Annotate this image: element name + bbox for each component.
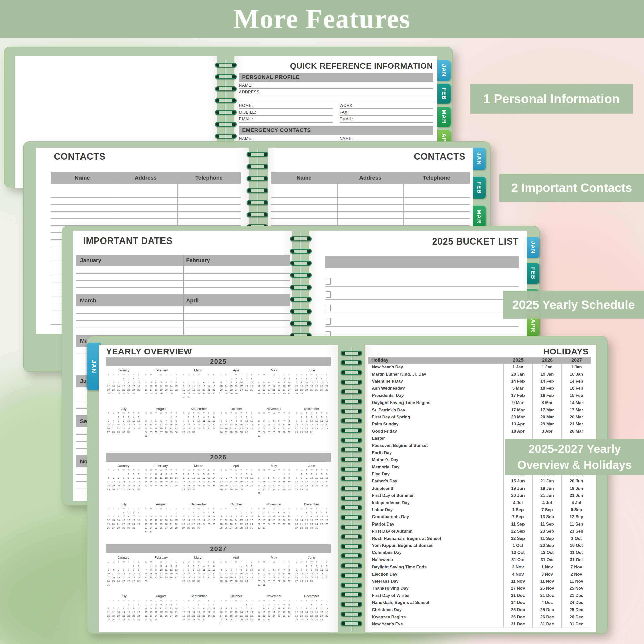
- spiral-clip: [247, 164, 268, 169]
- day-cell: 23: [249, 614, 254, 618]
- mini-month-2026-june: JuneSMTWTFS12345678910111213141516171819…: [294, 464, 330, 502]
- spiral-clip: [341, 389, 362, 394]
- day-cell: 22: [294, 388, 299, 392]
- rule-line: [271, 218, 470, 219]
- feature-badge-yearly-schedule: 2025 Yearly Schedule: [503, 291, 644, 319]
- day-cell: 3: [206, 603, 211, 607]
- day-cell: 14: [234, 572, 239, 576]
- day-cell: 27: [201, 392, 206, 396]
- personal-profile-rows: NAME:ADDRESS:HOME:WORK:MOBILE:FAX:EMAIL:…: [239, 82, 433, 123]
- day-cell-empty: [229, 603, 234, 607]
- weekday-cell: S: [294, 599, 299, 603]
- holiday-row: Christmas Day25 Dec25 Dec25 Dec: [368, 606, 591, 613]
- day-cell: 13: [299, 611, 304, 614]
- day-cell: 18: [271, 519, 276, 522]
- day-cell: 2: [287, 473, 292, 476]
- holiday-date: 14 Dec: [503, 599, 532, 606]
- day-cell: 21: [174, 611, 179, 614]
- day-cell: 30: [131, 488, 136, 492]
- day-cell: 1: [256, 511, 261, 515]
- day-cell-empty: [164, 511, 169, 515]
- weekday-cell: T: [126, 373, 131, 377]
- weekday-cell: W: [121, 412, 126, 416]
- day-cell: 21: [121, 484, 126, 488]
- day-cell: 6: [294, 568, 299, 572]
- day-cell: 29: [121, 526, 126, 530]
- day-cell: 9: [196, 515, 201, 519]
- weekday-cell: S: [144, 561, 149, 565]
- day-cell: 28: [121, 488, 126, 492]
- day-cell: 27: [164, 392, 169, 396]
- mini-month-name: May: [256, 368, 292, 373]
- day-cell: 10: [154, 607, 159, 611]
- field-cell: EMAIL:: [340, 116, 433, 123]
- day-cell: 3: [319, 603, 324, 607]
- day-cell: 2: [154, 565, 159, 568]
- mini-month-grid: SMTWTFS123456789101112131415161718192021…: [219, 599, 254, 626]
- day-cell: 15: [196, 611, 201, 614]
- day-cell: 24: [136, 484, 141, 488]
- mini-month-grid: SMTWTFS123456789101112131415161718192021…: [106, 373, 141, 396]
- day-cell: 6: [164, 515, 169, 519]
- day-cell: 10: [149, 519, 154, 522]
- day-cell: 1: [174, 377, 179, 381]
- day-cell: 9: [256, 572, 261, 576]
- holiday-name: Veterans Day: [368, 579, 503, 584]
- day-cell: 4: [271, 511, 276, 515]
- day-cell: 21: [191, 614, 196, 618]
- day-cell: 19: [294, 614, 299, 618]
- mini-month-name: September: [181, 407, 217, 412]
- weekday-cell: S: [136, 469, 141, 473]
- day-cell: 29: [261, 618, 266, 622]
- day-cell: 5: [111, 607, 116, 611]
- day-cell: 1: [239, 511, 244, 515]
- day-cell: 26: [271, 580, 276, 583]
- mini-month-2025-march: MarchSMTWTFS1234567891011121314151617181…: [181, 368, 217, 406]
- day-cell: 4: [244, 377, 249, 381]
- day-cell: 23: [186, 484, 191, 488]
- day-cell: 2: [314, 603, 319, 607]
- weekday-cell: W: [271, 599, 276, 603]
- day-cell: 8: [186, 568, 191, 572]
- day-cell: 2: [186, 473, 191, 476]
- weekday-cell: T: [229, 469, 234, 473]
- day-cell: 8: [256, 515, 261, 519]
- weekday-cell: W: [121, 599, 126, 603]
- mini-month-2027-april: AprilSMTWTFS1234567891011121314151617181…: [219, 556, 254, 593]
- day-cell: 2: [181, 381, 186, 385]
- day-cell: 8: [174, 515, 179, 519]
- day-cell: 22: [276, 388, 281, 392]
- day-cell: 14: [126, 572, 131, 576]
- holiday-row: Good Friday18 Apr3 Apr26 Mar: [368, 428, 591, 435]
- day-cell: 19: [164, 611, 169, 614]
- day-cell: 24: [239, 388, 244, 392]
- day-cell: 10: [287, 381, 292, 385]
- day-cell: 13: [224, 480, 229, 484]
- day-cell: 20: [111, 388, 116, 392]
- weekday-cell: M: [224, 561, 229, 565]
- holiday-date: 27 Nov: [503, 585, 532, 592]
- day-cell: 22: [239, 576, 244, 580]
- day-cell: 28: [276, 488, 281, 492]
- spiral-clip: [341, 525, 362, 530]
- mini-month-2026-january: JanuarySMTWTFS12345678910111213141516171…: [106, 464, 141, 502]
- day-cell: 4: [159, 603, 164, 607]
- day-cell: 9: [244, 515, 249, 519]
- holiday-row: Halloween31 Oct31 Oct31 Oct: [368, 556, 591, 563]
- day-cell: 16: [126, 385, 131, 388]
- day-cell: 11: [149, 423, 154, 427]
- day-cell: 17: [154, 611, 159, 614]
- day-cell: 24: [271, 614, 276, 618]
- day-cell: 15: [144, 480, 149, 484]
- day-cell: 20: [159, 427, 164, 431]
- day-cell: 7: [174, 473, 179, 476]
- mini-month-name: March: [181, 464, 217, 469]
- weekday-cell: F: [206, 373, 211, 377]
- day-cell: 14: [299, 519, 304, 522]
- day-cell: 6: [234, 607, 239, 611]
- day-cell: 12: [276, 515, 281, 519]
- weekday-cell: T: [304, 507, 309, 511]
- day-cell: 1: [121, 377, 126, 381]
- day-cell: 23: [154, 576, 159, 580]
- day-cell: 3: [196, 416, 201, 419]
